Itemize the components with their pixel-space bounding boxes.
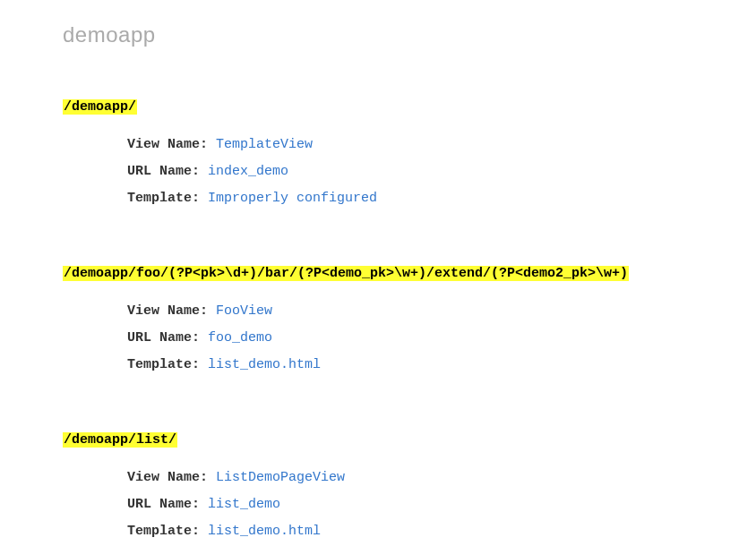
template-label: Template: — [127, 524, 200, 539]
detail-row-url-name: URL Name: list_demo — [127, 494, 756, 516]
detail-row-url-name: URL Name: index_demo — [127, 161, 756, 183]
template-label: Template: — [127, 357, 200, 372]
route-details: View Name: TemplateView URL Name: index_… — [127, 134, 756, 209]
route-block: /demoapp/foo/(?P<pk>\d+)/bar/(?P<demo_pk… — [63, 263, 756, 376]
route-details: View Name: FooView URL Name: foo_demo Te… — [127, 301, 756, 376]
url-name-value: index_demo — [208, 164, 288, 179]
detail-row-view-name: View Name: TemplateView — [127, 134, 756, 156]
view-name-label: View Name: — [127, 137, 208, 152]
route-details: View Name: ListDemoPageView URL Name: li… — [127, 467, 756, 542]
route-block: /demoapp/list/ View Name: ListDemoPageVi… — [63, 430, 756, 542]
detail-row-url-name: URL Name: foo_demo — [127, 328, 756, 349]
detail-row-template: Template: list_demo.html — [127, 521, 756, 542]
detail-row-view-name: View Name: FooView — [127, 301, 756, 322]
url-name-label: URL Name: — [127, 330, 200, 346]
view-name-label: View Name: — [127, 470, 208, 485]
route-path: /demoapp/ — [63, 99, 137, 115]
route-path: /demoapp/list/ — [63, 432, 177, 448]
view-name-value: TemplateView — [216, 137, 313, 152]
template-value: list_demo.html — [208, 524, 321, 539]
template-label: Template: — [127, 191, 200, 206]
url-name-value: list_demo — [208, 497, 280, 512]
template-value: Improperly configured — [208, 191, 377, 206]
view-name-value: ListDemoPageView — [216, 470, 345, 485]
url-name-label: URL Name: — [127, 497, 200, 512]
detail-row-view-name: View Name: ListDemoPageView — [127, 467, 756, 489]
page-title: demoapp — [63, 18, 756, 52]
route-path: /demoapp/foo/(?P<pk>\d+)/bar/(?P<demo_pk… — [63, 266, 629, 281]
route-block: /demoapp/ View Name: TemplateView URL Na… — [63, 97, 756, 209]
detail-row-template: Template: list_demo.html — [127, 354, 756, 376]
url-name-label: URL Name: — [127, 164, 200, 179]
detail-row-template: Template: Improperly configured — [127, 188, 756, 209]
template-value: list_demo.html — [208, 357, 321, 372]
url-name-value: foo_demo — [208, 330, 272, 346]
view-name-label: View Name: — [127, 303, 208, 319]
view-name-value: FooView — [216, 303, 272, 319]
